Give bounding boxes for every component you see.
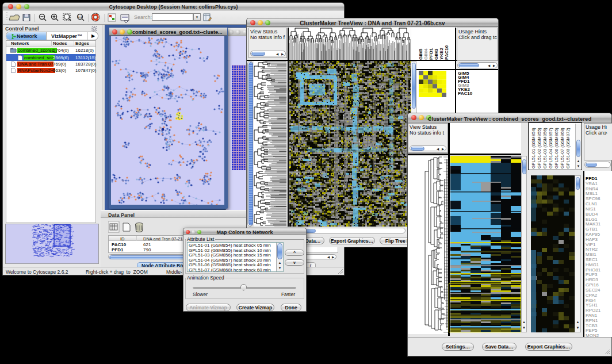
- svg-text:1:1: 1:1: [78, 15, 82, 18]
